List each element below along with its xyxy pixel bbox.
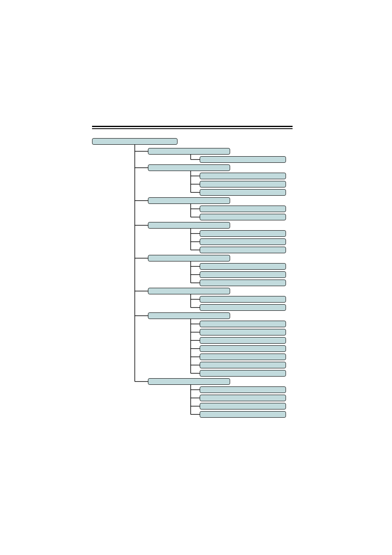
tree-leaf-6-3 <box>200 345 286 352</box>
tree-leaf-4-2 <box>200 280 286 286</box>
tree-leaf-5-0 <box>200 296 286 303</box>
tree-leaf-3-1 <box>200 238 286 245</box>
tree-leaf-3-0 <box>200 230 286 237</box>
tree-leaf-6-5 <box>200 362 286 368</box>
tree-leaf-1-1 <box>200 181 286 187</box>
tree-leaf-2-0 <box>200 206 286 212</box>
tree-branch-4 <box>148 255 230 261</box>
tree-leaf-6-1 <box>200 329 286 335</box>
tree-leaf-3-2 <box>200 247 286 253</box>
tree-branch-2 <box>148 197 230 204</box>
tree-leaf-7-0 <box>200 386 286 393</box>
tree-connectors <box>0 0 392 555</box>
tree-branch-7 <box>148 378 230 385</box>
tree-leaf-7-3 <box>200 411 286 418</box>
tree-leaf-7-2 <box>200 403 286 409</box>
tree-leaf-1-2 <box>200 189 286 196</box>
tree-leaf-7-1 <box>200 395 286 401</box>
tree-leaf-6-6 <box>200 370 286 377</box>
tree-leaf-6-0 <box>200 321 286 327</box>
tree-leaf-0-0 <box>200 156 286 163</box>
tree-leaf-4-0 <box>200 263 286 270</box>
tree-branch-3 <box>148 222 230 229</box>
tree-leaf-6-2 <box>200 337 286 344</box>
tree-leaf-2-1 <box>200 214 286 220</box>
tree-branch-1 <box>148 164 230 171</box>
tree-leaf-4-1 <box>200 271 286 278</box>
tree-leaf-1-0 <box>200 173 286 179</box>
tree-root <box>92 138 178 145</box>
tree-leaf-5-1 <box>200 304 286 311</box>
tree-branch-5 <box>148 288 230 294</box>
tree-branch-6 <box>148 312 230 319</box>
tree-branch-0 <box>148 148 230 155</box>
tree-leaf-6-4 <box>200 354 286 360</box>
